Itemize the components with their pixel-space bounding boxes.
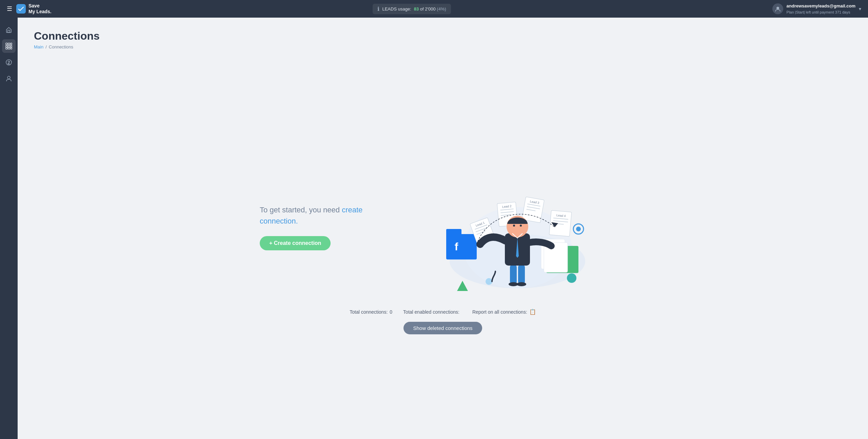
report-stat: Report on all connections: 📋	[472, 309, 536, 315]
user-info: andrewsavemyleads@gmail.com Plan |Start|…	[787, 3, 855, 15]
svg-rect-8	[11, 43, 12, 45]
leads-usage-label: LEADS usage:	[382, 6, 411, 12]
user-email: andrewsavemyleads@gmail.com	[787, 3, 855, 9]
svg-rect-4	[6, 47, 7, 49]
hero-svg: f Lead	[426, 160, 602, 295]
svg-rect-43	[510, 265, 517, 284]
breadcrumb-current: Connections	[49, 44, 73, 49]
logo-text: Save My Leads.	[28, 3, 52, 15]
create-connection-button[interactable]: + Create connection	[260, 236, 331, 250]
hero-illustration: f Lead	[382, 156, 646, 298]
logo-icon	[16, 4, 26, 14]
hero-left: To get started, you need create connecti…	[239, 204, 382, 250]
sidebar	[0, 18, 18, 439]
report-icon[interactable]: 📋	[529, 309, 536, 315]
svg-marker-52	[457, 281, 468, 291]
main-content: To get started, you need create connecti…	[18, 55, 868, 439]
footer-stats: Total connections: 0 Total enabled conne…	[239, 302, 646, 334]
logo: Save My Leads.	[16, 3, 52, 15]
main-layout: Connections Main / Connections To get st…	[0, 18, 868, 439]
topnav-right: andrewsavemyleads@gmail.com Plan |Start|…	[772, 3, 861, 15]
breadcrumb-main[interactable]: Main	[34, 44, 43, 49]
sidebar-item-home[interactable]	[2, 23, 16, 37]
user-avatar	[772, 3, 783, 14]
chevron-down-icon[interactable]: ▾	[859, 6, 861, 12]
info-icon: ℹ	[377, 6, 379, 12]
hero-section: To get started, you need create connecti…	[239, 153, 646, 302]
svg-rect-7	[8, 47, 10, 49]
svg-point-46	[517, 282, 526, 286]
svg-rect-2	[6, 43, 7, 45]
svg-rect-9	[11, 45, 12, 47]
svg-rect-16	[446, 229, 461, 236]
total-connections-stat: Total connections: 0	[350, 309, 392, 315]
topnav-left: ☰ Save My Leads.	[7, 3, 52, 15]
svg-point-0	[776, 7, 779, 9]
svg-rect-3	[6, 45, 7, 47]
svg-text:f: f	[455, 241, 458, 253]
topnav-center: ℹ LEADS usage: 83 of 2'000 (4%)	[373, 4, 451, 14]
svg-point-55	[567, 273, 576, 283]
user-plan: Plan |Start| left until payment 371 days	[787, 9, 855, 15]
report-label: Report on all connections:	[472, 309, 527, 315]
svg-rect-6	[8, 45, 10, 47]
svg-point-54	[576, 227, 581, 231]
leads-usage-box: ℹ LEADS usage: 83 of 2'000 (4%)	[373, 4, 451, 14]
total-enabled-label: Total enabled connections:	[403, 309, 459, 315]
user-box[interactable]: andrewsavemyleads@gmail.com Plan |Start|…	[772, 3, 855, 15]
show-deleted-button[interactable]: Show deleted connections	[403, 322, 482, 334]
svg-point-45	[509, 282, 518, 286]
svg-point-12	[7, 76, 10, 79]
page-title: Connections	[34, 30, 852, 42]
breadcrumb: Main / Connections	[34, 44, 852, 49]
stats-row: Total connections: 0 Total enabled conne…	[350, 309, 536, 315]
svg-point-51	[520, 225, 522, 227]
sidebar-item-billing[interactable]	[2, 56, 16, 69]
svg-rect-10	[11, 47, 12, 49]
hamburger-icon[interactable]: ☰	[7, 5, 12, 13]
hero-message: To get started, you need create connecti…	[260, 204, 375, 227]
sidebar-item-connections[interactable]	[2, 39, 16, 53]
total-enabled-stat: Total enabled connections:	[403, 309, 461, 315]
page-content: Connections Main / Connections To get st…	[18, 18, 868, 439]
breadcrumb-separator: /	[45, 44, 47, 49]
svg-rect-15	[446, 234, 477, 259]
svg-rect-44	[518, 265, 525, 284]
svg-rect-5	[8, 43, 10, 45]
page-header: Connections Main / Connections	[18, 18, 868, 55]
leads-count: 83 of 2'000 (4%)	[414, 6, 446, 12]
top-navigation: ☰ Save My Leads. ℹ LEADS usage: 83 of 2'…	[0, 0, 868, 18]
svg-point-50	[513, 225, 515, 227]
total-connections-label: Total connections:	[350, 309, 388, 315]
total-connections-value: 0	[390, 309, 392, 315]
sidebar-item-profile[interactable]	[2, 72, 16, 85]
hero-message-static: To get started, you need	[260, 206, 340, 214]
svg-rect-1	[8, 30, 10, 33]
